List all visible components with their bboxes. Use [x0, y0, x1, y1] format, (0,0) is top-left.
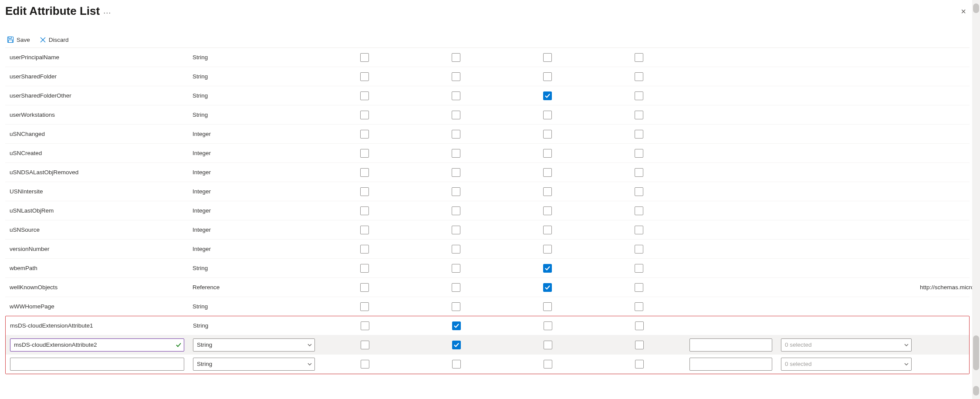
attribute-name-input[interactable]: [10, 358, 184, 371]
checkbox[interactable]: [635, 187, 643, 196]
checkbox[interactable]: [452, 226, 460, 234]
table-row[interactable]: uSNDSALastObjRemovedInteger: [5, 163, 970, 182]
checkbox[interactable]: [543, 264, 552, 273]
checkbox[interactable]: [452, 360, 461, 369]
checkbox[interactable]: [360, 187, 369, 196]
checkbox[interactable]: [360, 283, 369, 292]
scrollbar-up-button[interactable]: [973, 3, 979, 13]
table-row[interactable]: uSNLastObjRemInteger: [5, 201, 970, 220]
table-row[interactable]: msDS-cloudExtensionAttribute1String: [6, 316, 969, 335]
checkbox[interactable]: [635, 360, 644, 369]
attribute-name-input[interactable]: msDS-cloudExtensionAttribute2: [10, 338, 184, 352]
checkbox[interactable]: [360, 53, 369, 62]
checkbox[interactable]: [452, 168, 460, 177]
extra-input[interactable]: [689, 338, 772, 352]
checkbox[interactable]: [544, 341, 552, 349]
table-row[interactable]: userSharedFolderString: [5, 67, 970, 86]
checkbox[interactable]: [544, 321, 552, 330]
save-button[interactable]: Save: [5, 35, 32, 44]
checkbox[interactable]: [635, 130, 643, 139]
checkbox[interactable]: [452, 341, 461, 349]
checkbox[interactable]: [360, 149, 369, 158]
table-row[interactable]: versionNumberInteger: [5, 240, 970, 259]
checkbox[interactable]: [635, 283, 643, 292]
checkbox[interactable]: [635, 206, 643, 215]
discard-button[interactable]: Discard: [38, 36, 71, 44]
table-row[interactable]: userWorkstationsString: [5, 105, 970, 125]
checkbox[interactable]: [543, 187, 552, 196]
close-icon[interactable]: ×: [957, 5, 970, 17]
checkbox[interactable]: [452, 321, 461, 330]
checkbox[interactable]: [543, 245, 552, 254]
table-row[interactable]: wellKnownObjectsReferencehttp://schemas.…: [5, 278, 970, 297]
table-row[interactable]: wbemPathString: [5, 259, 970, 278]
checkbox[interactable]: [360, 245, 369, 254]
table-row-new[interactable]: String0 selected: [6, 355, 969, 374]
table-row[interactable]: wWWHomePageString: [5, 297, 970, 316]
checkbox[interactable]: [544, 360, 552, 369]
checkbox[interactable]: [543, 302, 552, 311]
selected-count-select[interactable]: 0 selected: [781, 338, 912, 352]
attribute-type-select[interactable]: String: [193, 358, 315, 371]
checkbox[interactable]: [635, 321, 644, 330]
checkbox[interactable]: [543, 283, 552, 292]
attribute-type-select[interactable]: String: [193, 338, 315, 352]
checkbox[interactable]: [452, 302, 460, 311]
checkbox[interactable]: [361, 341, 369, 349]
checkbox[interactable]: [635, 302, 643, 311]
checkbox[interactable]: [452, 283, 460, 292]
checkbox[interactable]: [452, 72, 460, 81]
checkbox[interactable]: [543, 130, 552, 139]
checkbox[interactable]: [635, 53, 643, 62]
checkbox[interactable]: [452, 264, 460, 273]
checkbox[interactable]: [360, 264, 369, 273]
checkbox[interactable]: [635, 264, 643, 273]
checkbox[interactable]: [635, 341, 644, 349]
checkbox[interactable]: [452, 91, 460, 100]
checkbox[interactable]: [360, 206, 369, 215]
table-row[interactable]: uSNSourceInteger: [5, 220, 970, 240]
checkbox[interactable]: [543, 53, 552, 62]
checkbox[interactable]: [635, 245, 643, 254]
checkbox[interactable]: [635, 72, 643, 81]
checkbox[interactable]: [452, 111, 460, 119]
checkbox[interactable]: [635, 111, 643, 119]
checkbox[interactable]: [360, 168, 369, 177]
checkbox[interactable]: [361, 321, 369, 330]
table-row[interactable]: userPrincipalNameString: [5, 48, 970, 67]
checkbox[interactable]: [360, 91, 369, 100]
checkbox[interactable]: [635, 149, 643, 158]
selected-count-select[interactable]: 0 selected: [781, 358, 912, 371]
table-row-editing[interactable]: msDS-cloudExtensionAttribute2String0 sel…: [6, 335, 969, 355]
extra-input[interactable]: [689, 358, 772, 371]
checkbox[interactable]: [543, 149, 552, 158]
table-row[interactable]: uSNCreatedInteger: [5, 144, 970, 163]
checkbox[interactable]: [360, 302, 369, 311]
checkbox[interactable]: [635, 91, 643, 100]
checkbox[interactable]: [452, 206, 460, 215]
checkbox[interactable]: [543, 91, 552, 100]
checkbox[interactable]: [635, 168, 643, 177]
scrollbar-thumb[interactable]: [973, 335, 979, 370]
checkbox[interactable]: [452, 53, 460, 62]
checkbox[interactable]: [452, 130, 460, 139]
checkbox[interactable]: [360, 111, 369, 119]
table-row[interactable]: USNIntersiteInteger: [5, 182, 970, 201]
checkbox[interactable]: [543, 168, 552, 177]
checkbox[interactable]: [543, 72, 552, 81]
checkbox[interactable]: [543, 226, 552, 234]
overflow-menu-icon[interactable]: ...: [103, 7, 111, 16]
checkbox[interactable]: [360, 130, 369, 139]
checkbox[interactable]: [543, 206, 552, 215]
checkbox[interactable]: [452, 187, 460, 196]
checkbox[interactable]: [360, 226, 369, 234]
checkbox[interactable]: [361, 360, 369, 369]
checkbox[interactable]: [452, 245, 460, 254]
scrollbar-track[interactable]: [972, 0, 980, 379]
checkbox[interactable]: [543, 111, 552, 119]
checkbox[interactable]: [360, 72, 369, 81]
table-row[interactable]: uSNChangedInteger: [5, 125, 970, 144]
table-row[interactable]: userSharedFolderOtherString: [5, 86, 970, 105]
checkbox[interactable]: [452, 149, 460, 158]
checkbox[interactable]: [635, 226, 643, 234]
